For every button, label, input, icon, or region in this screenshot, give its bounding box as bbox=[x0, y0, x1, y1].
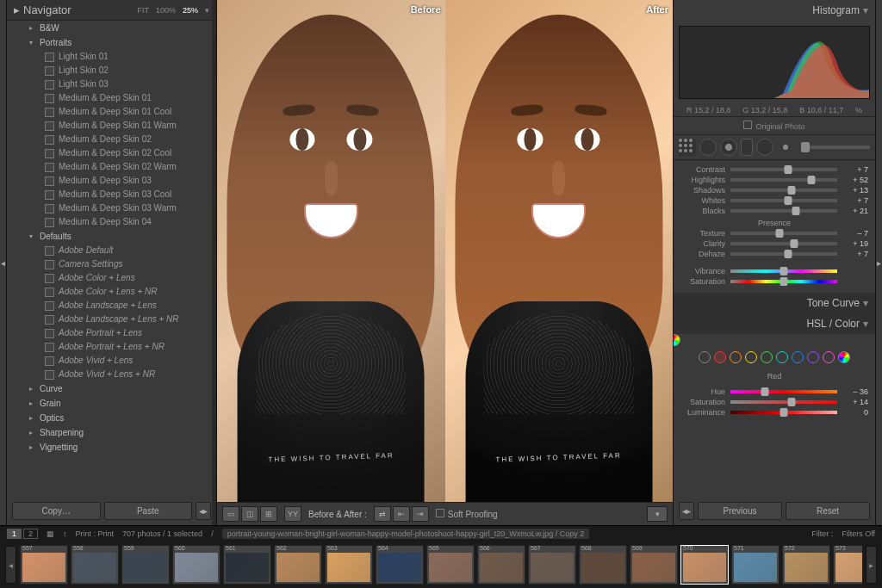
filmstrip-left-arrow[interactable]: ◂ bbox=[5, 546, 16, 584]
histogram-header[interactable]: Histogram bbox=[674, 0, 875, 21]
thumb-570[interactable]: 570 bbox=[680, 545, 729, 585]
copy-left-button[interactable]: ⇤ bbox=[393, 506, 410, 522]
thumb-560[interactable]: 560 bbox=[172, 545, 220, 585]
thumb-562[interactable]: 562 bbox=[274, 545, 322, 585]
grid-view-icon[interactable]: ▦ bbox=[47, 529, 54, 538]
redeye-tool-icon[interactable] bbox=[720, 139, 737, 156]
hsl-color-5[interactable] bbox=[792, 351, 804, 363]
preset-item[interactable]: Light Skin 02 bbox=[14, 64, 209, 77]
sync-menu-button[interactable]: ◂▸ bbox=[196, 502, 211, 520]
compare-xy-button[interactable]: ◫ bbox=[241, 506, 258, 522]
slider-thumb[interactable] bbox=[784, 250, 792, 258]
survey-view-button[interactable]: ⊞ bbox=[260, 506, 277, 522]
zoom-fit[interactable]: FIT bbox=[137, 6, 149, 15]
preset-item[interactable]: Adobe Portrait + Lens bbox=[14, 326, 209, 340]
hsl-header[interactable]: HSL / Color bbox=[674, 313, 875, 334]
brush-tool-icon[interactable] bbox=[777, 139, 794, 156]
original-photo-toggle[interactable]: Original Photo bbox=[674, 116, 875, 135]
slider-thumb[interactable] bbox=[792, 207, 799, 215]
slider-highlights[interactable]: Highlights+ 52 bbox=[680, 176, 868, 184]
preset-item[interactable]: Medium & Deep Skin 02 bbox=[14, 133, 209, 146]
thumb-566[interactable]: 566 bbox=[477, 545, 525, 585]
preset-item[interactable]: Medium & Deep Skin 04 bbox=[14, 215, 209, 229]
thumb-564[interactable]: 564 bbox=[376, 545, 424, 585]
preset-item[interactable]: Adobe Portrait + Lens + NR bbox=[14, 340, 209, 354]
sort-icon[interactable]: ↕ bbox=[63, 529, 67, 538]
slider-thumb[interactable] bbox=[787, 398, 795, 406]
section-sharpening[interactable]: Sharpening bbox=[14, 425, 209, 440]
section-b-w[interactable]: B&W bbox=[14, 21, 209, 35]
mask-slider[interactable] bbox=[801, 145, 870, 149]
slider-luminance[interactable]: Luminance0 bbox=[680, 408, 868, 417]
section-portraits[interactable]: Portraits bbox=[14, 35, 209, 50]
slider-track[interactable] bbox=[730, 199, 837, 202]
thumb-563[interactable]: 563 bbox=[325, 545, 373, 585]
hsl-color-6[interactable] bbox=[807, 351, 819, 363]
slider-track[interactable] bbox=[730, 189, 837, 192]
thumb-559[interactable]: 559 bbox=[121, 545, 170, 585]
toolbar-menu-button[interactable]: ▾ bbox=[647, 506, 668, 522]
slider-thumb[interactable] bbox=[780, 267, 788, 275]
preset-item[interactable]: Medium & Deep Skin 01 Warm bbox=[14, 119, 209, 133]
preset-item[interactable]: Light Skin 03 bbox=[14, 77, 209, 91]
preset-item[interactable]: Medium & Deep Skin 03 Warm bbox=[14, 201, 209, 215]
thumb-569[interactable]: 569 bbox=[630, 545, 678, 585]
thumb-558[interactable]: 558 bbox=[71, 545, 119, 585]
preset-item[interactable]: Medium & Deep Skin 03 bbox=[14, 174, 209, 188]
preset-item[interactable]: Adobe Vivid + Lens + NR bbox=[14, 368, 209, 381]
preset-item[interactable]: Medium & Deep Skin 02 Cool bbox=[14, 146, 209, 160]
before-image[interactable]: Before THE WISH TO TRAVEL FAR bbox=[217, 0, 445, 502]
slider-thumb[interactable] bbox=[780, 277, 788, 286]
slider-track[interactable] bbox=[730, 400, 837, 404]
tone-curve-header[interactable]: Tone Curve bbox=[674, 293, 875, 313]
thumb-565[interactable]: 565 bbox=[426, 545, 475, 585]
thumb-568[interactable]: 568 bbox=[579, 545, 627, 585]
histogram[interactable] bbox=[679, 26, 870, 99]
hsl-color-2[interactable] bbox=[745, 351, 757, 363]
grad-tool-icon[interactable] bbox=[741, 139, 753, 156]
section-defaults[interactable]: Defaults bbox=[14, 229, 209, 244]
paste-button[interactable]: Paste bbox=[104, 502, 193, 520]
slider-thumb[interactable] bbox=[780, 408, 788, 417]
slider-thumb[interactable] bbox=[784, 196, 792, 205]
preset-item[interactable]: Camera Settings bbox=[14, 257, 209, 271]
spot-tool-icon[interactable] bbox=[699, 139, 717, 156]
after-image[interactable]: After THE WISH TO TRAVEL FAR bbox=[445, 0, 674, 502]
slider-track[interactable] bbox=[730, 252, 837, 256]
prev-menu-button[interactable]: ◂▸ bbox=[679, 502, 694, 520]
slider-clarity[interactable]: Clarity+ 19 bbox=[680, 239, 868, 248]
loupe-view-button[interactable]: ▭ bbox=[222, 506, 239, 522]
file-path[interactable]: portrait-young-woman-bright-girl-woman-h… bbox=[222, 529, 590, 539]
slider-thumb[interactable] bbox=[787, 186, 795, 195]
slider-contrast[interactable]: Contrast+ 7 bbox=[680, 165, 868, 174]
hsl-color-3[interactable] bbox=[761, 351, 773, 363]
page-1-button[interactable]: 1 bbox=[7, 529, 22, 539]
hsl-color-all[interactable] bbox=[673, 334, 680, 346]
thumb-571[interactable]: 571 bbox=[731, 545, 780, 585]
thumb-573[interactable]: 573 bbox=[833, 545, 862, 585]
hsl-color-4[interactable] bbox=[776, 351, 788, 363]
slider-whites[interactable]: Whites+ 7 bbox=[680, 196, 868, 205]
slider-saturation[interactable]: Saturation bbox=[680, 277, 868, 286]
preset-item[interactable]: Adobe Landscape + Lens bbox=[14, 299, 209, 313]
slider-texture[interactable]: Texture– 7 bbox=[680, 229, 868, 238]
section-vignetting[interactable]: Vignetting bbox=[14, 440, 209, 455]
preset-item[interactable]: Adobe Color + Lens bbox=[14, 271, 209, 285]
filmstrip-right-arrow[interactable]: ▸ bbox=[866, 546, 877, 584]
soft-proofing-toggle[interactable]: Soft Proofing bbox=[436, 509, 498, 519]
copy-right-button[interactable]: ⇥ bbox=[412, 506, 429, 522]
hsl-color-0[interactable] bbox=[714, 351, 726, 363]
presets-panel[interactable]: B&WPortraitsLight Skin 01Light Skin 02Li… bbox=[7, 21, 216, 497]
preset-item[interactable]: Adobe Color + Lens + NR bbox=[14, 285, 209, 299]
slider-track[interactable] bbox=[730, 390, 837, 393]
slider-track[interactable] bbox=[730, 168, 837, 171]
crop-tool-icon[interactable] bbox=[679, 139, 696, 156]
slider-track[interactable] bbox=[730, 269, 837, 273]
radial-tool-icon[interactable] bbox=[756, 139, 773, 156]
filter-value[interactable]: Filters Off bbox=[842, 529, 875, 538]
section-curve[interactable]: Curve bbox=[14, 381, 209, 396]
breadcrumb[interactable]: Print : Print bbox=[76, 529, 115, 538]
slider-saturation[interactable]: Saturation+ 14 bbox=[680, 398, 868, 406]
slider-vibrance[interactable]: Vibrance bbox=[680, 267, 868, 275]
slider-dehaze[interactable]: Dehaze+ 7 bbox=[680, 250, 868, 258]
